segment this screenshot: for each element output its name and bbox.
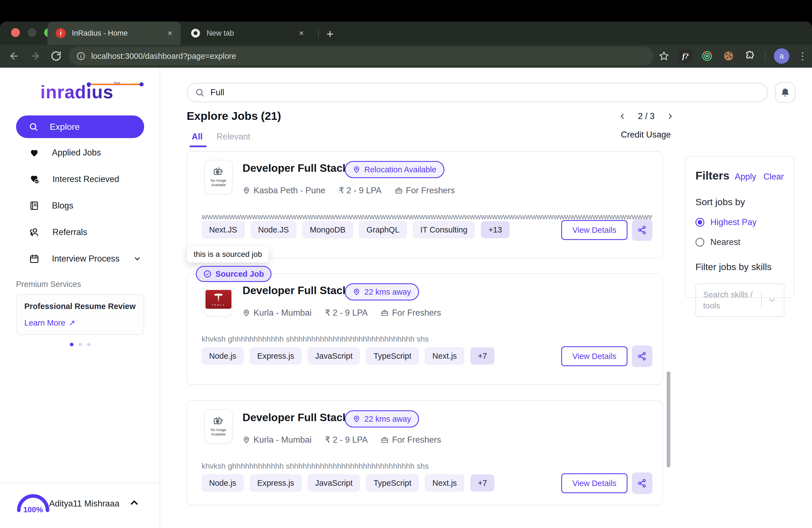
url-bar[interactable]: localhost:3000/dashboard?page=explore	[69, 47, 653, 65]
minimize-window-button[interactable]	[28, 28, 37, 37]
skill-chip: Express.js	[250, 348, 302, 365]
skill-chip: JavaScript	[308, 348, 360, 365]
close-tab-icon[interactable]: ×	[288, 29, 304, 37]
skill-chip: Express.js	[250, 474, 302, 492]
profile-section[interactable]: 100% Aditya11 Mishraaa	[0, 483, 160, 528]
carousel-dot[interactable]	[78, 343, 82, 346]
browser-tab-inradius[interactable]: i InRadius - Home ×	[47, 21, 180, 45]
heart-check-icon	[29, 174, 40, 185]
sidebar-item-explore[interactable]: Explore	[16, 115, 144, 138]
view-details-button[interactable]: View Details	[561, 220, 627, 240]
toolbar-separator	[765, 51, 766, 61]
location-pin-icon	[243, 187, 250, 194]
premium-carousel-dots[interactable]	[0, 343, 160, 346]
chevron-down-icon	[133, 254, 141, 263]
extension-f-icon[interactable]: f?	[679, 49, 692, 63]
more-skills-chip: +7	[470, 348, 494, 365]
briefcase-icon	[381, 309, 389, 317]
tesla-logo: TESLA	[205, 290, 231, 309]
referrals-people-icon	[29, 227, 40, 237]
skill-chip: TypeScript	[366, 474, 419, 492]
external-arrow-icon: ↗	[69, 318, 75, 327]
select-divider	[761, 292, 762, 308]
location-pin-icon	[353, 415, 360, 423]
sort-option-nearest[interactable]: Nearest	[695, 237, 784, 247]
reload-button[interactable]	[48, 48, 63, 63]
skill-tags: Next.JS Node.JS MongoDB GraphQL IT Consu…	[202, 221, 510, 238]
job-title: Developer Full Stack	[243, 162, 349, 174]
profile-completion-value: 100%	[15, 505, 51, 514]
chevron-up-icon[interactable]	[129, 497, 140, 508]
skill-chip: GraphQL	[359, 221, 407, 238]
bookmark-star-icon[interactable]	[657, 49, 671, 63]
apply-filters-link[interactable]: Apply	[735, 172, 756, 182]
prev-page-icon[interactable]	[618, 112, 626, 120]
close-tab-icon[interactable]: ×	[156, 29, 172, 37]
search-icon	[29, 122, 38, 131]
sidebar-item-blogs[interactable]: Blogs	[16, 197, 144, 214]
tab-relevant[interactable]: Relevant	[217, 132, 250, 142]
browser-profile-avatar[interactable]: a	[774, 48, 789, 64]
close-window-button[interactable]	[11, 28, 20, 37]
browser-menu-icon[interactable]: ⋮	[798, 50, 808, 62]
job-title: Developer Full Stack	[243, 411, 349, 424]
screenshot-root: i InRadius - Home × New tab × +	[0, 0, 812, 528]
radio-unselected-icon[interactable]	[695, 238, 704, 247]
sidebar-item-interest-recieved[interactable]: Interest Recieved	[16, 171, 144, 188]
extension-cookie-icon[interactable]	[722, 49, 735, 63]
page-indicator: 2 / 3	[638, 111, 655, 121]
share-button[interactable]	[632, 219, 652, 241]
new-tab-button[interactable]: +	[327, 27, 334, 41]
sidebar-item-referrals[interactable]: Referrals	[16, 224, 144, 240]
skill-chip: Next.js	[425, 348, 464, 365]
job-list-scrollbar[interactable]	[667, 371, 670, 468]
tab-title: InRadius - Home	[72, 29, 128, 38]
sort-option-highest-pay[interactable]: Highest Pay	[695, 217, 784, 227]
clear-filters-link[interactable]: Clear	[764, 172, 784, 182]
sidebar-item-applied-jobs[interactable]: Applied Jobs	[16, 144, 144, 161]
job-location: Kasba Peth - Pune	[253, 186, 325, 195]
browser-tab-newtab[interactable]: New tab ×	[182, 21, 312, 45]
location-pin-icon	[243, 309, 250, 317]
tab-title: New tab	[207, 29, 234, 38]
skill-chip: Node.js	[202, 474, 244, 492]
back-button[interactable]	[6, 48, 21, 63]
job-salary: ₹ 2 - 9 LPA	[325, 435, 367, 445]
job-search-bar[interactable]	[187, 83, 768, 102]
main-content: Explore Jobs (21) 2 / 3 Credit Usage All…	[161, 68, 812, 528]
more-skills-chip: +7	[470, 474, 494, 492]
site-info-icon[interactable]	[76, 52, 86, 61]
extension-orbit-icon[interactable]	[700, 49, 714, 63]
skill-tags: Node.js Express.js JavaScript TypeScript…	[202, 348, 494, 365]
radio-selected-icon[interactable]	[695, 218, 704, 227]
distance-badge: 22 kms away	[345, 283, 419, 300]
job-card: No Image Available Developer Full Stack …	[187, 400, 663, 505]
share-button[interactable]	[632, 346, 652, 367]
filters-panel: Filters Apply Clear Sort jobs by Highest…	[685, 156, 794, 298]
skills-select[interactable]: Search skills / tools	[695, 283, 784, 317]
browser-toolbar: localhost:3000/dashboard?page=explore f?…	[0, 45, 812, 68]
window-controls[interactable]	[11, 28, 53, 37]
inradius-logo: inradiusTM	[0, 82, 160, 102]
search-input[interactable]	[211, 88, 735, 98]
tab-all[interactable]: All	[192, 132, 203, 142]
next-page-icon[interactable]	[666, 112, 675, 120]
forward-button[interactable]	[28, 48, 43, 63]
relocation-badge: Relocation Available	[345, 161, 445, 178]
extensions-puzzle-icon[interactable]	[743, 49, 757, 63]
share-button[interactable]	[632, 472, 652, 494]
tesla-t-icon	[213, 292, 224, 303]
carousel-dot-active[interactable]	[70, 343, 73, 346]
view-details-button[interactable]: View Details	[561, 473, 627, 493]
more-skills-chip: +13	[481, 221, 509, 238]
learn-more-link[interactable]: Learn More↗	[24, 318, 75, 327]
view-details-button[interactable]: View Details	[561, 346, 627, 366]
chevron-down-icon[interactable]	[767, 295, 777, 305]
company-logo-placeholder: No Image Available	[204, 160, 233, 194]
notifications-button[interactable]	[775, 82, 795, 103]
skill-chip: Next.js	[425, 474, 464, 492]
sidebar-item-interview-process[interactable]: Interview Process	[16, 250, 144, 267]
carousel-dot[interactable]	[87, 343, 91, 346]
job-meta: Kasba Peth - Pune ₹ 2 - 9 LPA For Freshe…	[243, 185, 455, 195]
company-logo-tesla: TESLA	[204, 282, 233, 317]
